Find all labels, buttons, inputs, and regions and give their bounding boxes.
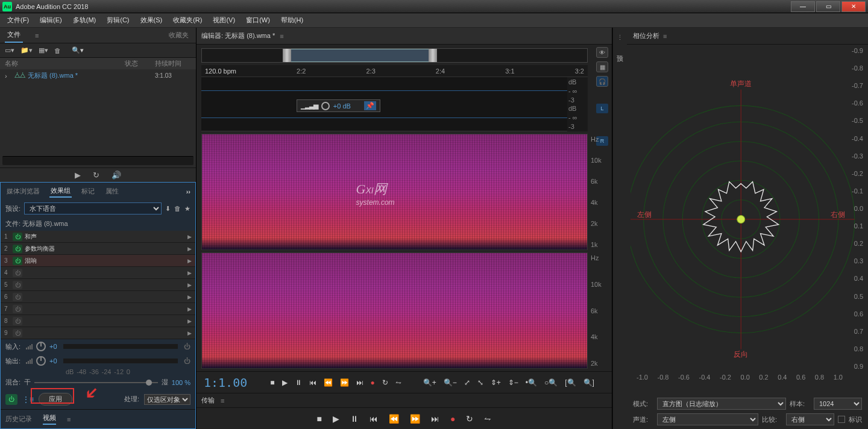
tab-properties[interactable]: 属性 — [104, 186, 120, 197]
chevron-right-icon[interactable]: ▶ — [187, 270, 192, 276]
rewind-button[interactable]: ⏪ — [321, 377, 335, 388]
power-icon[interactable]: ⏻ — [13, 317, 22, 325]
col-name[interactable]: 名称 — [5, 59, 125, 68]
zoom-in-v-icon[interactable]: ⇕+ — [488, 377, 503, 388]
skip-end-button[interactable]: ⏭ — [431, 414, 439, 424]
fx-row-2[interactable]: 2⏻参数均衡器▶ — [1, 243, 195, 255]
tab-media-browser[interactable]: 媒体浏览器 — [5, 186, 41, 197]
tab-transport[interactable]: 传输 — [201, 396, 215, 405]
power-icon[interactable]: ⏻ — [13, 329, 22, 337]
autoplay-icon[interactable]: 🔊 — [112, 171, 121, 180]
skip-start-button[interactable]: ⏮ — [370, 414, 378, 424]
forward-button[interactable]: ⏩ — [410, 414, 420, 424]
skip-end-button[interactable]: ⏭ — [354, 377, 366, 388]
trash-icon[interactable]: 🗑 — [54, 47, 61, 54]
col-duration[interactable]: 持续时间 — [155, 59, 191, 68]
power-icon[interactable]: ⏻ — [13, 269, 22, 277]
phase-title[interactable]: 相位分析 — [633, 31, 659, 40]
power-icon[interactable]: ⏻ — [13, 257, 22, 265]
process-select[interactable]: 仅选区对象 — [144, 394, 190, 405]
rewind-button[interactable]: ⏪ — [389, 414, 399, 424]
output-value[interactable]: +0 — [49, 357, 57, 365]
menu-effects[interactable]: 效果(S) — [136, 14, 168, 26]
apply-button[interactable]: 应用 — [39, 393, 72, 406]
zoom-in-point-icon[interactable]: •🔍 — [523, 377, 539, 388]
fx-row-4[interactable]: 4⏻▶ — [1, 267, 195, 279]
forward-button[interactable]: ⏩ — [338, 377, 351, 388]
skip-start-button[interactable]: ⏮ — [307, 377, 319, 388]
maximize-button[interactable]: ▭ — [816, 1, 840, 12]
menu-file[interactable]: 文件(F) — [2, 14, 34, 26]
menu-edit[interactable]: 编辑(E) — [35, 14, 67, 26]
power-icon[interactable]: ⏻ — [13, 305, 22, 313]
fx-row-1[interactable]: 1⏻和声▶ — [1, 231, 195, 243]
chevron-right-icon[interactable]: ▶ — [187, 282, 192, 288]
loop-icon[interactable]: ↻ — [93, 171, 99, 180]
gain-value[interactable]: +0 dB — [333, 102, 351, 110]
overview-handle-right[interactable] — [429, 49, 437, 62]
menu-clip[interactable]: 剪辑(C) — [102, 14, 134, 26]
power-icon[interactable]: ⏻ — [13, 281, 22, 289]
record-button[interactable]: ● — [368, 377, 377, 388]
chevron-right-icon[interactable]: ▶ — [187, 258, 192, 264]
power-icon[interactable]: ⏻ — [13, 293, 22, 301]
input-knob[interactable] — [36, 342, 46, 351]
close-button[interactable]: ✕ — [841, 1, 866, 12]
fx-row-6[interactable]: 6⏻▶ — [1, 291, 195, 303]
flag-checkbox[interactable] — [838, 416, 845, 423]
zoom-full-icon[interactable]: ⤢ — [462, 377, 473, 388]
mix-slider[interactable] — [34, 382, 158, 383]
col-status[interactable]: 状态 — [125, 59, 155, 68]
overview-handle-left[interactable] — [283, 49, 291, 62]
waveform-hud[interactable]: ▁▂▃▅ +0 dB 📌 — [297, 99, 380, 112]
panel-menu-icon[interactable]: ≡ — [35, 32, 39, 39]
menu-window[interactable]: 窗口(W) — [241, 14, 275, 26]
tab-files[interactable]: 文件 — [5, 28, 23, 43]
record-button[interactable]: ● — [450, 414, 455, 424]
skip-selection-button[interactable]: ⥊ — [484, 414, 491, 424]
headphones-icon[interactable]: 🎧 — [596, 76, 608, 87]
pause-button[interactable]: ⏸ — [350, 414, 359, 424]
chevron-right-icon[interactable]: ▶ — [187, 246, 192, 252]
zoom-sel-out-icon[interactable]: 🔍] — [581, 377, 597, 388]
loop-button[interactable]: ↻ — [380, 377, 391, 388]
sample-select[interactable]: 1024 — [814, 398, 862, 410]
overview-bar[interactable] — [201, 48, 588, 63]
gain-knob[interactable] — [321, 102, 330, 110]
more-icon[interactable]: ›› — [186, 188, 190, 195]
fx-row-3[interactable]: 3⏻混响▶ — [1, 255, 195, 267]
tab-markers[interactable]: 标记 — [80, 186, 96, 197]
save-preset-icon[interactable]: ⬇ — [165, 205, 171, 213]
waveform-display[interactable]: ▁▂▃▅ +0 dB 📌 — [201, 77, 567, 131]
chevron-right-icon[interactable]: ▶ — [187, 294, 192, 300]
minimize-button[interactable]: — — [791, 1, 815, 12]
expand-icon[interactable]: › — [5, 72, 12, 80]
power-small-icon[interactable]: ⏻ — [184, 343, 190, 350]
tab-favorites[interactable]: 收藏夹 — [166, 28, 191, 42]
chevron-right-icon[interactable]: ▶ — [187, 330, 192, 336]
output-knob[interactable] — [36, 356, 46, 366]
input-value[interactable]: +0 — [49, 343, 57, 350]
grid-icon[interactable]: ▦▾ — [39, 46, 48, 54]
spectrogram-right[interactable]: Hz10k6k4k2k — [201, 252, 588, 369]
power-small-icon[interactable]: ⏻ — [184, 357, 190, 365]
rack-power-button[interactable]: ⏻ — [5, 394, 17, 405]
power-icon[interactable]: ⏻ — [13, 245, 22, 253]
tab-video[interactable]: 视频 — [43, 413, 56, 425]
menu-help[interactable]: 帮助(H) — [276, 14, 308, 26]
zoom-out-v-icon[interactable]: ⇕− — [506, 377, 521, 388]
zoom-in-icon[interactable]: 🔍+ — [421, 377, 439, 388]
fx-row-9[interactable]: 9⏻▶ — [1, 327, 195, 339]
channel-select[interactable]: 左侧 — [657, 413, 758, 425]
zoom-sel-in-icon[interactable]: [🔍 — [562, 377, 578, 388]
pin-icon[interactable]: 📌 — [364, 101, 376, 110]
open-file-icon[interactable]: 📁▾ — [20, 46, 33, 54]
zoom-out-point-icon[interactable]: ○🔍 — [542, 377, 560, 388]
grid-icon[interactable]: ▦ — [596, 61, 608, 72]
loop-button[interactable]: ↻ — [466, 414, 473, 424]
search-input[interactable] — [86, 47, 134, 54]
menu-multitrack[interactable]: 多轨(M) — [68, 14, 101, 26]
zoom-out-icon[interactable]: 🔍− — [441, 377, 459, 388]
tab-effects-rack[interactable]: 效果组 — [49, 185, 72, 198]
panel-menu-icon[interactable]: ⋮ — [617, 34, 623, 42]
